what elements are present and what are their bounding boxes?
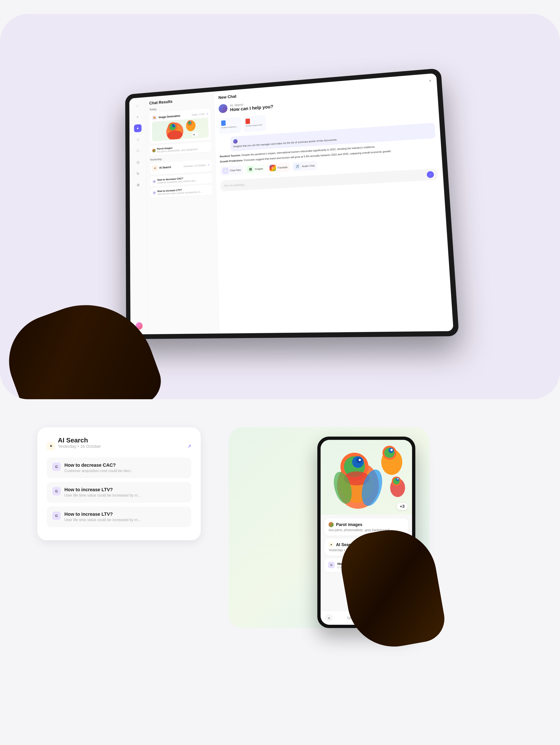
phone-parrot-title: Parot images <box>336 522 362 527</box>
phone-parrot-header: Parot images <box>328 522 404 527</box>
laptop-mockup: ← + ● ☆ □ ◷ ↻ ⚙ Chat Results Today 🎨 Ima… <box>125 68 459 339</box>
chat-files-btn[interactable]: 📄 Chat Files <box>220 165 243 175</box>
mobile-list-title-3: How to increase LTV? <box>64 512 141 517</box>
audio-chat-btn[interactable]: 🎵 Audio Chat <box>292 161 317 171</box>
ai-search-arrow-btn[interactable]: ↗ <box>187 443 191 449</box>
ai-search-meta: Yesterday • 16 October <box>183 164 206 168</box>
mobile-card: ✦ AI Search Yesterday • 16 October ↗ G H… <box>37 427 201 540</box>
ai-search-icon: ✦ <box>152 165 158 171</box>
ai-search-card[interactable]: ✦ AI Search Yesterday • 16 October ↗ <box>150 159 212 175</box>
phone-section: +3 Parot images Ara parot, photorealisti… <box>219 427 429 637</box>
chat-files-label: Chat Files <box>230 168 241 172</box>
parrot-image: +3 <box>161 119 200 140</box>
user-avatar <box>219 104 228 114</box>
ai-search-header: ✦ AI Search Yesterday • 16 October ↗ <box>152 162 209 171</box>
bottom-section: ✦ AI Search Yesterday • 16 October ↗ G H… <box>0 413 560 651</box>
ai-search-card-icon: ✦ <box>47 442 55 450</box>
response-2-label: Growth Predictions: <box>220 159 243 163</box>
mobile-list-icon-2: G <box>52 487 61 495</box>
svg-point-34 <box>397 478 398 480</box>
image-gen-title: Image Generation <box>159 114 190 119</box>
translate-label: Translate <box>277 166 288 169</box>
audio-chat-label: Audio Chat <box>302 164 315 168</box>
phone-parrot-icon <box>328 522 334 527</box>
translate-btn[interactable]: G Translate <box>267 162 290 173</box>
svg-point-29 <box>390 449 393 451</box>
images-label: Images <box>255 167 263 170</box>
laptop-screen: ← + ● ☆ □ ◷ ↻ ⚙ Chat Results Today 🎨 Ima… <box>129 73 453 334</box>
sidebar-back-icon[interactable]: ← <box>134 102 141 110</box>
increase-ltv-item[interactable]: G How to increase LTV? User life time va… <box>150 185 212 198</box>
ai-search-card-title: AI Search <box>58 436 101 444</box>
image-gen-meta: Today • 4 min <box>191 113 205 116</box>
small-card-section: ✦ AI Search Yesterday • 16 October ↗ G H… <box>37 427 201 540</box>
sidebar: ← + ● ☆ □ ◷ ↻ ⚙ <box>129 97 148 334</box>
phone-ai-icon: ✦ <box>328 542 334 547</box>
parrot-preview: +3 <box>152 118 209 141</box>
mobile-list-item-1[interactable]: G How to decrease CAC? Customer acquisit… <box>47 457 191 478</box>
svg-text:+3: +3 <box>193 133 195 136</box>
phone-parrot-area: +3 <box>321 440 412 515</box>
mobile-list-sub-2: User life time value could be increased … <box>64 493 141 497</box>
mobile-list-icon-3: G <box>52 512 61 520</box>
image-gen-card[interactable]: 🎨 Image Generation Today • 4 min ↗ <box>149 108 211 144</box>
phone-plus-btn[interactable]: + <box>325 614 333 622</box>
send-button[interactable]: ↑ <box>426 171 434 178</box>
sidebar-settings-icon[interactable]: ⚙ <box>134 181 142 189</box>
close-icon[interactable]: ✕ <box>429 79 432 83</box>
mobile-list-item-2[interactable]: G How to increase LTV? User life time va… <box>47 482 191 503</box>
doc-icon-2 <box>245 118 250 124</box>
mobile-list-icon-1: G <box>52 462 61 471</box>
sidebar-folder-icon[interactable]: □ <box>134 147 142 155</box>
doc-card-2[interactable]: Tourism Report 2022 <box>243 115 266 132</box>
phone-parrot-svg <box>321 441 412 513</box>
ai-search-card-header: ✦ AI Search Yesterday • 16 October ↗ <box>47 436 191 455</box>
mobile-list-sub-1: Customer acquisition cost could be decr.… <box>64 469 134 473</box>
sidebar-chat-icon[interactable]: ● <box>134 124 141 133</box>
mobile-list-title-2: How to increase LTV? <box>64 487 141 492</box>
arrow-out-icon[interactable]: ↗ <box>206 112 208 115</box>
sidebar-plus-icon[interactable]: + <box>134 113 141 121</box>
phone-badge: +3 <box>397 503 408 510</box>
sidebar-clock-icon[interactable]: ◷ <box>134 158 142 166</box>
phone-list-icon-1: G <box>328 562 335 568</box>
sidebar-star-icon[interactable]: ☆ <box>134 135 141 144</box>
ai-search-title: AI Search <box>159 165 181 169</box>
ai-search-arrow-icon[interactable]: ↗ <box>207 164 209 166</box>
svg-point-21 <box>359 459 361 461</box>
response-1-label: Resilient Tourism: <box>220 154 241 158</box>
mobile-list-sub-3: User life time value could be increased … <box>64 518 141 522</box>
laptop-scene: ← + ● ☆ □ ◷ ↻ ⚙ Chat Results Today 🎨 Ima… <box>0 14 560 399</box>
doc-card-1[interactable]: Growth Predictions... <box>219 117 241 134</box>
images-btn[interactable]: 🖼 Images <box>245 164 265 174</box>
left-panel: Chat Results Today 🎨 Image Generation To… <box>146 92 219 334</box>
sidebar-refresh-icon[interactable]: ↻ <box>134 169 142 178</box>
doc-icon-1 <box>221 120 225 126</box>
ai-search-card-meta: Yesterday • 16 October <box>58 444 101 449</box>
image-gen-icon: 🎨 <box>152 115 157 121</box>
decrease-cac-item[interactable]: G How to decrease CAC? Customer acquisit… <box>150 173 212 187</box>
chat-title: New Chat <box>218 94 236 100</box>
mobile-list-title-1: How to decrease CAC? <box>64 462 134 468</box>
right-panel: New Chat ✕ Hi, Marry! How can I help you… <box>214 73 454 333</box>
phone-hand-silhouette <box>336 523 448 654</box>
input-placeholder: Ask me anything... <box>224 183 246 188</box>
mobile-list-item-3[interactable]: G How to increase LTV? User life time va… <box>47 507 191 527</box>
user-avatar-small <box>233 139 238 143</box>
parrot-label-card[interactable]: Parrot images Ara parrot, photorealistic… <box>149 142 211 156</box>
